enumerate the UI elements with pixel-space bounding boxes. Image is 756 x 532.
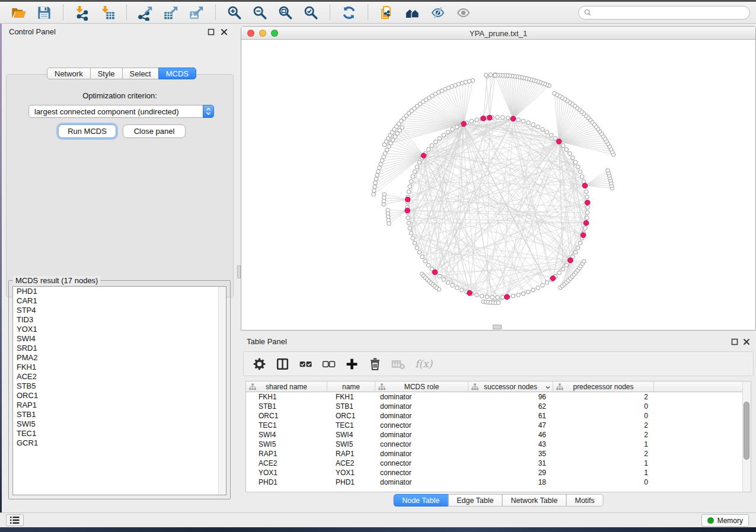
table-row[interactable]: SWI5SWI5connector431 xyxy=(246,440,742,449)
column-header-name[interactable]: name xyxy=(327,382,375,392)
table-scrollbar[interactable] xyxy=(742,382,751,492)
toolbar-separator xyxy=(368,5,368,20)
show-columns-icon[interactable] xyxy=(275,357,290,371)
new-network-from-selection-icon[interactable] xyxy=(379,5,395,21)
float-table-panel-icon[interactable] xyxy=(731,338,738,345)
mcds-result-item[interactable]: SWI4 xyxy=(13,334,226,344)
column-header-MCDS-role[interactable]: MCDS role xyxy=(375,382,468,392)
table-panel: Table Panel f(x) shared namenameMCDS rol… xyxy=(241,335,756,512)
search-input[interactable] xyxy=(594,8,745,17)
float-panel-icon[interactable] xyxy=(208,28,215,36)
cell-MCDS-role: dominator xyxy=(375,430,468,440)
cell-MCDS-role: dominator xyxy=(375,477,468,487)
cell-MCDS-role: dominator xyxy=(375,411,468,421)
tab-select[interactable]: Select xyxy=(122,68,159,79)
open-session-icon[interactable] xyxy=(11,5,27,21)
apply-layout-refresh-icon[interactable] xyxy=(341,5,357,21)
column-header-shared-name[interactable]: shared name xyxy=(246,382,327,392)
table-row[interactable]: STB1STB1dominator620 xyxy=(246,402,742,411)
add-column-icon[interactable] xyxy=(344,357,359,371)
tab-node-table[interactable]: Node Table xyxy=(393,494,448,507)
export-table-icon[interactable] xyxy=(163,5,179,21)
mcds-result-item[interactable]: TID3 xyxy=(13,315,226,325)
save-session-icon[interactable] xyxy=(36,5,52,21)
network-graph[interactable] xyxy=(241,40,755,330)
tab-edge-table[interactable]: Edge Table xyxy=(448,494,502,507)
column-header-successor-nodes[interactable]: successor nodes xyxy=(468,382,553,392)
cell-MCDS-role: dominator xyxy=(375,402,468,411)
function-builder-icon: f(x) xyxy=(415,358,432,370)
mcds-result-item[interactable]: TEC1 xyxy=(13,429,226,438)
mcds-result-list[interactable]: PHD1CAR1STP4TID3YOX1SWI4SRD1PMA2FKH1ACE2… xyxy=(12,286,227,495)
column-label: predecessor nodes xyxy=(553,383,653,391)
close-panel-icon[interactable] xyxy=(221,28,228,36)
import-network-icon[interactable] xyxy=(74,5,90,21)
mcds-result-item[interactable]: GCR1 xyxy=(13,438,226,448)
mcds-result-title: MCDS result (17 nodes) xyxy=(13,276,100,285)
table-row[interactable]: ACE2ACE2connector311 xyxy=(246,459,742,468)
zoom-in-icon[interactable] xyxy=(227,5,243,21)
close-panel-button[interactable]: Close panel xyxy=(123,124,186,138)
mcds-result-item[interactable]: SRD1 xyxy=(13,344,226,353)
mcds-result-item[interactable]: SWI5 xyxy=(13,419,226,429)
table-row[interactable]: FKH1FKH1dominator962 xyxy=(246,392,742,402)
mcds-result-item[interactable]: CAR1 xyxy=(13,296,226,306)
table-row[interactable]: RAP1RAP1dominator352 xyxy=(246,449,742,459)
mcds-result-item[interactable]: RAP1 xyxy=(13,400,226,410)
first-neighbors-icon[interactable] xyxy=(404,5,420,21)
mcds-result-item[interactable]: PMA2 xyxy=(13,353,226,363)
panel-menu-button[interactable] xyxy=(6,514,24,526)
horizontal-splitter-handle[interactable] xyxy=(493,325,502,329)
zoom-fit-icon[interactable] xyxy=(277,5,294,21)
run-mcds-button[interactable]: Run MCDS xyxy=(58,124,116,138)
column-header-predecessor-nodes[interactable]: predecessor nodes xyxy=(553,382,654,392)
cell-successor-nodes: 62 xyxy=(468,402,553,411)
mcds-result-item[interactable]: PHD1 xyxy=(13,287,226,296)
table-row[interactable]: ORC1ORC1dominator610 xyxy=(246,411,742,421)
result-list-scrollbar[interactable] xyxy=(218,287,226,495)
mcds-result-item[interactable]: STB5 xyxy=(13,382,226,391)
network-canvas[interactable] xyxy=(241,40,755,330)
cell-predecessor-nodes: 2 xyxy=(553,421,654,430)
mcds-result-item[interactable]: ACE2 xyxy=(13,372,226,382)
tab-network-table[interactable]: Network Table xyxy=(502,494,567,507)
mcds-result-item[interactable]: YOX1 xyxy=(13,325,226,334)
mcds-result-item[interactable]: ORC1 xyxy=(13,391,226,400)
search-box[interactable] xyxy=(578,6,750,20)
toolbar-separator xyxy=(215,5,216,20)
tab-style[interactable]: Style xyxy=(90,68,123,79)
table-tabs: Node TableEdge TableNetwork TableMotifs xyxy=(393,494,604,507)
zoom-out-icon[interactable] xyxy=(252,5,268,21)
cell-name: SWI4 xyxy=(327,430,375,440)
cell-predecessor-nodes: 2 xyxy=(553,430,654,440)
mcds-result-item[interactable]: FKH1 xyxy=(13,363,226,372)
zoom-selected-icon[interactable] xyxy=(303,5,319,21)
tab-motifs[interactable]: Motifs xyxy=(566,494,603,507)
tab-mcds[interactable]: MCDS xyxy=(158,68,196,79)
table-row[interactable]: TEC1TEC1connector472 xyxy=(246,421,742,430)
cell-MCDS-role: dominator xyxy=(375,392,468,402)
table-row[interactable]: YOX1YOX1connector291 xyxy=(246,468,742,477)
delete-column-icon[interactable] xyxy=(368,357,382,371)
import-table-icon[interactable] xyxy=(100,5,116,21)
table-row[interactable]: SWI4SWI4dominator462 xyxy=(246,430,742,440)
table-row[interactable]: PHD1PHD1dominator180 xyxy=(246,477,742,487)
tab-network[interactable]: Network xyxy=(47,68,91,79)
close-table-panel-icon[interactable] xyxy=(743,338,750,345)
deselect-all-icon[interactable] xyxy=(321,357,336,371)
export-network-icon[interactable] xyxy=(138,5,154,21)
cell-predecessor-nodes: 2 xyxy=(553,392,654,402)
scrollbar-thumb[interactable] xyxy=(744,402,749,460)
mcds-result-item[interactable]: STP4 xyxy=(13,306,226,315)
app-window: Control Panel Optimization criterion: la… xyxy=(0,0,756,532)
cell-shared-name: STB1 xyxy=(246,402,327,411)
cell-name: SWI5 xyxy=(327,440,375,449)
network-window-titlebar[interactable]: YPA_prune.txt_1 xyxy=(241,27,755,40)
hide-selected-icon[interactable] xyxy=(430,5,446,21)
export-image-icon[interactable] xyxy=(189,5,205,21)
select-all-icon[interactable] xyxy=(298,357,313,371)
mcds-result-item[interactable]: STB1 xyxy=(13,410,226,419)
table-options-gear-icon[interactable] xyxy=(252,357,267,371)
criterion-select[interactable]: largest connected component (undirected) xyxy=(28,105,214,118)
memory-button[interactable]: Memory xyxy=(701,514,749,527)
